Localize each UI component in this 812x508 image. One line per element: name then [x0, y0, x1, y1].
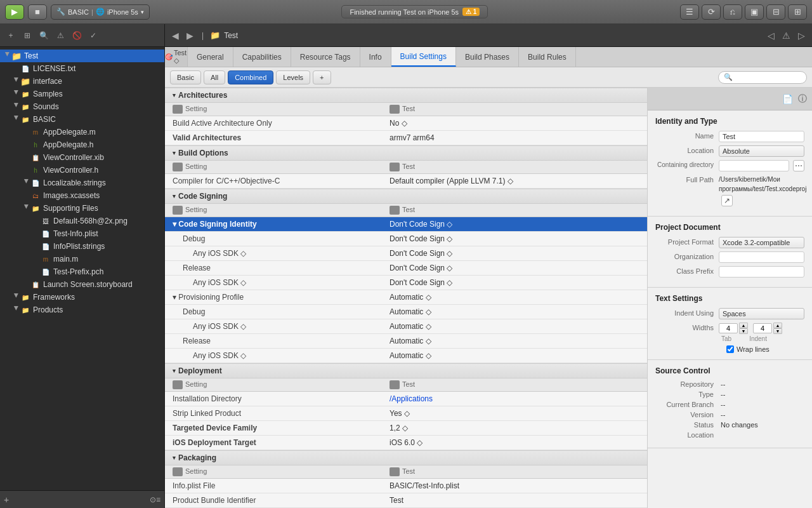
rp-file-btn[interactable]: 📄	[782, 94, 793, 104]
layout-toggle1[interactable]: ▣	[745, 4, 764, 20]
sidebar-item-appdelegate-m[interactable]: m AppDelegate.m	[0, 126, 164, 138]
sidebar-test-btn[interactable]: ✓	[86, 29, 100, 43]
name-input[interactable]	[719, 131, 804, 142]
sidebar-item-basic[interactable]: ▶ 📁 BASIC	[0, 113, 164, 126]
sidebar-item-images[interactable]: 🗂 Images.xcassets	[0, 189, 164, 202]
full-path-reveal-btn[interactable]: ↗	[721, 195, 733, 206]
val-code-signing-identity[interactable]: Don't Code Sign ◇	[382, 217, 647, 232]
val-any-ios-sdk1[interactable]: Don't Code Sign ◇	[382, 246, 647, 261]
target-selector[interactable]: 🎯 Test ◇	[165, 47, 188, 67]
play-button[interactable]: ▶	[5, 4, 24, 20]
filter-add-button[interactable]: +	[313, 70, 331, 84]
sidebar-item-interface[interactable]: ▶ 📁 interface	[0, 75, 164, 88]
indent-width-up[interactable]: ▲	[773, 323, 782, 328]
val-any-ios-sdk2[interactable]: Don't Code Sign ◇	[382, 276, 647, 290]
val-debug1[interactable]: Don't Code Sign ◇	[382, 232, 647, 246]
sidebar-item-test[interactable]: ▶ 📁 Test	[0, 50, 164, 62]
section-arrow-deployment[interactable]: ▾	[173, 368, 176, 374]
stop-button[interactable]: ■	[28, 4, 47, 20]
sidebar-item-viewcontroller-h[interactable]: h ViewController.h	[0, 164, 164, 177]
class-prefix-input[interactable]	[719, 266, 804, 277]
filter-combined-button[interactable]: Combined	[228, 70, 273, 84]
filter-levels-button[interactable]: Levels	[276, 70, 310, 84]
org-input[interactable]	[719, 251, 804, 263]
val-release1[interactable]: Don't Code Sign ◇	[382, 261, 647, 276]
actions-button[interactable]: ≡	[156, 495, 160, 504]
tab-capabilities[interactable]: Capabilities	[233, 47, 291, 67]
inspector-toggle[interactable]: ☰	[680, 4, 699, 20]
val-valid-arch[interactable]: armv7 arm64	[382, 131, 647, 145]
val-debug2[interactable]: Automatic ◇	[382, 305, 647, 319]
sidebar-item-default568[interactable]: 🖼 Default-568h@2x.png	[0, 215, 164, 227]
project-format-select[interactable]: Xcode 3.2-compatible	[719, 237, 804, 248]
sidebar-item-main-m[interactable]: m main.m	[0, 253, 164, 265]
val-any-ios-sdk4[interactable]: Automatic ◇	[382, 349, 647, 363]
tab-build-settings[interactable]: Build Settings	[391, 47, 456, 67]
val-any-ios-sdk3[interactable]: Automatic ◇	[382, 319, 647, 334]
val-compiler[interactable]: Default compiler (Apple LLVM 7.1) ◇	[382, 174, 647, 189]
sidebar-item-frameworks[interactable]: ▶ 📁 Frameworks	[0, 291, 164, 304]
val-provisioning-profile[interactable]: Automatic ◇	[382, 290, 647, 305]
tab-info[interactable]: Info	[360, 47, 391, 67]
forward-button[interactable]: ▶	[185, 30, 195, 41]
val-install-dir[interactable]: /Applications	[382, 392, 647, 406]
sidebar-item-sounds[interactable]: ▶ 📁 Sounds	[0, 100, 164, 113]
sidebar-item-localizable[interactable]: ▶ 📄 Localizable.strings	[0, 177, 164, 189]
back-button[interactable]: ◀	[170, 30, 181, 41]
tab-build-phases[interactable]: Build Phases	[456, 47, 519, 67]
add-file-button[interactable]: +	[4, 495, 9, 505]
history-button[interactable]: ⊙	[150, 495, 156, 504]
scheme-selector[interactable]: 🔧 BASIC | 🌐 iPhone 5s ▾	[51, 4, 150, 20]
rp-info-btn[interactable]: ⓘ	[798, 93, 807, 105]
tab-general[interactable]: General	[188, 47, 233, 67]
layout-toggle2[interactable]: ⊟	[766, 4, 785, 20]
val-info-plist[interactable]: BASIC/Test-Info.plist	[382, 479, 647, 493]
section-arrow-packaging[interactable]: ▾	[173, 455, 176, 461]
indent-using-select[interactable]: Spaces	[719, 308, 804, 319]
containing-dir-btn[interactable]: ⋯	[793, 160, 804, 171]
sidebar-item-products[interactable]: ▶ 📁 Products	[0, 304, 164, 316]
tab-resource-tags[interactable]: Resource Tags	[291, 47, 360, 67]
containing-dir-input[interactable]	[719, 160, 789, 171]
sidebar-item-infoplist[interactable]: 📄 InfoPlist.strings	[0, 240, 164, 253]
sidebar-warning-btn[interactable]: ⚠	[53, 29, 67, 43]
sidebar-item-samples[interactable]: ▶ 📁 Samples	[0, 88, 164, 100]
location-select[interactable]: Absolute	[719, 145, 804, 157]
tab-width-up[interactable]: ▲	[739, 323, 748, 328]
section-arrow-build-options[interactable]: ▾	[173, 150, 176, 156]
navigator-toggle[interactable]: ⟳	[702, 4, 721, 20]
sidebar-error-btn[interactable]: 🚫	[70, 29, 84, 43]
sidebar-item-viewcontroller-xib[interactable]: 📋 ViewController.xib	[0, 151, 164, 164]
val-product-bundle[interactable]: Test	[382, 493, 647, 508]
debug-toggle[interactable]: ⎌	[723, 4, 742, 20]
tab-width-down[interactable]: ▼	[739, 328, 748, 334]
related-items-button[interactable]: ◁	[766, 30, 776, 41]
search-bar[interactable]: 🔍	[718, 71, 807, 84]
sidebar-filter-btn[interactable]: ⊞	[20, 29, 34, 43]
table-row-highlighted[interactable]: ▾ Code Signing Identity Don't Code Sign …	[165, 217, 647, 232]
val-build-active[interactable]: No ◇	[382, 116, 647, 131]
tab-build-rules[interactable]: Build Rules	[519, 47, 576, 67]
section-arrow-code-signing[interactable]: ▾	[173, 193, 176, 199]
sidebar-item-testprefix[interactable]: 📄 Test-Prefix.pch	[0, 265, 164, 278]
wrap-lines-checkbox[interactable]	[726, 345, 734, 353]
filter-all-button[interactable]: All	[204, 70, 225, 84]
sidebar-item-supporting[interactable]: ▶ 📁 Supporting Files	[0, 202, 164, 215]
sidebar-item-testinfo[interactable]: 📄 Test-Info.plist	[0, 227, 164, 240]
val-release2[interactable]: Automatic ◇	[382, 334, 647, 349]
val-targeted-device[interactable]: 1,2 ◇	[382, 421, 647, 436]
val-ios-deployment-target[interactable]: iOS 6.0 ◇	[382, 436, 647, 450]
indent-width-down[interactable]: ▼	[773, 328, 782, 334]
sidebar-add-btn[interactable]: +	[4, 29, 18, 43]
tab-width-input[interactable]	[719, 323, 738, 333]
filter-basic-button[interactable]: Basic	[170, 70, 201, 84]
section-arrow-architectures[interactable]: ▾	[173, 92, 176, 98]
sidebar-search-btn[interactable]: 🔍	[37, 29, 51, 43]
indent-width-input[interactable]	[753, 323, 772, 333]
sidebar-item-license[interactable]: 📄 LICENSE.txt	[0, 62, 164, 75]
sidebar-item-appdelegate-h[interactable]: h AppDelegate.h	[0, 138, 164, 151]
warning-nav[interactable]: ⚠	[780, 30, 792, 41]
layout-toggle3[interactable]: ⊞	[788, 4, 807, 20]
sidebar-item-launchscreen[interactable]: 📋 Launch Screen.storyboard	[0, 278, 164, 291]
forward-nav2[interactable]: ▷	[796, 30, 807, 41]
